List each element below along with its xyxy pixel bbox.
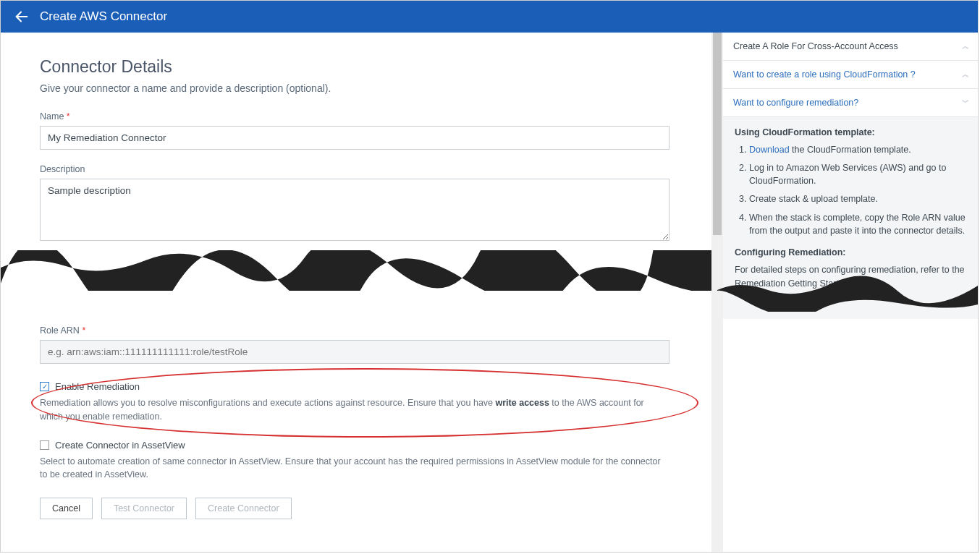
enable-remediation-row: ✓ Enable Remediation <box>40 381 693 392</box>
download-link[interactable]: Download <box>749 145 790 155</box>
name-input[interactable] <box>40 126 669 150</box>
side-panel: Create A Role For Cross-Account Access ︽… <box>723 33 978 552</box>
page-title: Connector Details <box>40 57 693 77</box>
side-step: Log in to Amazon Web Services (AWS) and … <box>749 161 966 187</box>
scrollbar-thumb[interactable] <box>713 33 722 235</box>
side-step: Download the CloudFormation template. <box>749 143 966 156</box>
required-star: * <box>82 325 85 336</box>
enable-remediation-checkbox[interactable]: ✓ <box>40 382 49 391</box>
side-step: Create stack & upload template. <box>749 192 966 205</box>
chevron-expand-icon: ︽ <box>962 41 968 51</box>
description-textarea[interactable] <box>40 179 669 241</box>
enable-remediation-label: Enable Remediation <box>55 381 140 392</box>
page-header-title: Create AWS Connector <box>40 9 167 24</box>
back-arrow-icon[interactable] <box>14 9 30 25</box>
assetview-label: Create Connector in AssetView <box>55 440 185 451</box>
name-label: Name * <box>40 111 693 122</box>
role-arn-input[interactable] <box>40 340 669 364</box>
torn-edge-side <box>717 276 978 312</box>
side-heading-cf: Using CloudFormation template: <box>735 127 966 137</box>
enable-remediation-description: Remediation allows you to resolve miscon… <box>40 396 662 424</box>
main-panel: Connector Details Give your connector a … <box>1 33 723 552</box>
role-arn-label: Role ARN * <box>40 325 693 336</box>
assetview-checkbox[interactable]: ✓ <box>40 440 49 450</box>
chevron-expand-icon: ︽ <box>962 69 968 80</box>
create-connector-button[interactable]: Create Connector <box>195 498 292 519</box>
accordion-cloudformation[interactable]: Want to create a role using CloudFormati… <box>723 61 978 89</box>
description-label: Description <box>40 164 693 174</box>
assetview-row: ✓ Create Connector in AssetView <box>40 440 693 451</box>
accordion-cross-account[interactable]: Create A Role For Cross-Account Access ︽ <box>723 33 978 61</box>
chevron-collapse-icon: ︾ <box>962 98 968 108</box>
assetview-description: Select to automate creation of same conn… <box>40 455 662 482</box>
page-subtitle: Give your connector a name and provide a… <box>40 82 693 94</box>
side-steps-list: Download the CloudFormation template. Lo… <box>749 143 966 237</box>
header-bar: Create AWS Connector <box>1 1 978 33</box>
lower-section: Role ARN * ✓ Enable Remediation Remediat… <box>40 294 693 519</box>
required-star: * <box>67 111 70 122</box>
accordion-remediation[interactable]: Want to configure remediation? ︾ <box>723 89 978 117</box>
side-heading-remediation: Configuring Remediation: <box>735 247 966 257</box>
app-window: Create AWS Connector Connector Details G… <box>0 0 979 553</box>
side-step: When the stack is complete, copy the Rol… <box>749 211 966 237</box>
button-row: Cancel Test Connector Create Connector <box>40 498 693 519</box>
body: Connector Details Give your connector a … <box>1 33 978 552</box>
cancel-button[interactable]: Cancel <box>40 498 93 519</box>
test-connector-button[interactable]: Test Connector <box>101 498 187 519</box>
